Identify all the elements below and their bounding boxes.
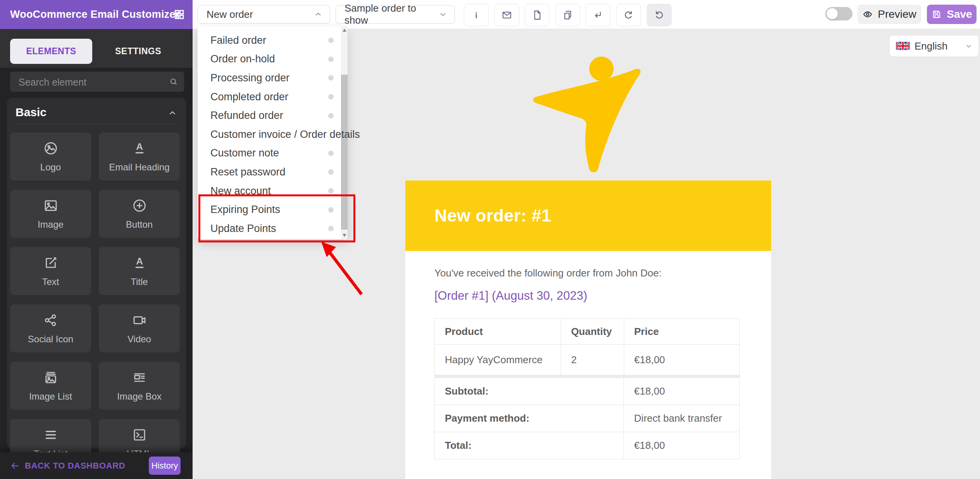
table-header: Quantity [561,319,624,345]
image-box-icon [131,369,148,386]
status-dot [328,169,334,175]
element-card-logo[interactable]: Logo [10,132,91,180]
publish-toggle[interactable] [825,7,853,21]
order-totals-table: Subtotal:€18,00Payment method:Direct ban… [434,378,740,459]
mail-icon [501,9,513,21]
summary-label: Payment method: [435,405,624,432]
element-card-image-list[interactable]: Image List [10,362,91,410]
menu-item-label: Update Points [210,223,328,235]
page-icon [531,9,543,21]
element-card-text[interactable]: Text [10,247,91,295]
chevron-up-icon [313,10,323,19]
preview-label: Preview [878,8,916,21]
table-row: Happy YayCommerce2€18,00 [435,345,740,375]
element-card-email-heading[interactable]: AEmail Heading [99,132,180,180]
element-label: Video [127,334,151,345]
menu-item-reset-password[interactable]: Reset password [198,163,348,182]
text-list-icon [43,427,59,443]
status-dot [328,226,334,231]
menu-item-label: Reset password [210,166,328,178]
save-icon [931,9,942,20]
summary-label: Total: [435,432,624,459]
language-select[interactable]: English [890,36,978,57]
menu-item-failed-order[interactable]: Failed order [198,31,348,50]
preview-button[interactable]: Preview [858,5,921,24]
menu-item-label: Expiring Points [210,204,328,216]
element-card-button[interactable]: Button [99,190,180,238]
svg-text:A: A [136,141,143,152]
new-template-button[interactable] [525,4,549,26]
menu-item-label: Customer note [210,147,328,159]
tab-settings[interactable]: SETTINGS [92,39,184,64]
collapse-section-icon[interactable] [167,108,177,118]
email-body[interactable]: You've received the following order from… [405,251,771,479]
element-card-title[interactable]: ATitle [99,247,180,295]
menu-item-completed-order[interactable]: Completed order [198,88,348,106]
back-to-dashboard-link[interactable]: BACK TO DASHBOARD [10,452,125,479]
summary-row: Payment method:Direct bank transfer [435,405,740,432]
back-arrow-icon [10,461,20,471]
revert-button[interactable] [586,4,610,26]
menu-item-processing-order[interactable]: Processing order [198,69,348,88]
send-test-email-button[interactable] [494,4,519,26]
info-button[interactable] [464,4,489,26]
email-title: New order: #1 [434,206,551,226]
image-icon [43,197,59,214]
menu-item-update-points[interactable]: Update Points [198,219,348,238]
eye-icon [862,9,873,20]
status-dot [328,57,334,62]
table-cell: €18,00 [624,345,739,375]
app-header: WooCommerce Email Customizer [0,0,193,29]
table-cell: 2 [561,345,624,375]
status-dot [328,38,334,43]
template-select[interactable]: New order [198,5,330,24]
tab-elements[interactable]: ELEMENTS [10,39,92,64]
apps-grid-icon[interactable] [174,9,185,20]
sample-order-select[interactable]: Sample order to show [336,5,455,24]
reset-button[interactable] [616,4,641,26]
search-input[interactable] [18,72,167,93]
menu-item-order-on-hold[interactable]: Order on-hold [198,50,348,69]
element-card-video[interactable]: Video [99,304,180,352]
menu-item-new-account[interactable]: New account [198,182,348,201]
sidebar: ELEMENTS SETTINGS Basic LogoAEmail Headi… [0,29,193,479]
order-table[interactable]: ProductQuantityPriceHappy YayCommerce2€1… [434,318,740,459]
status-dot [328,207,334,213]
chevron-down-icon [964,42,973,50]
language-label: English [915,40,960,52]
element-label: Social Icon [28,334,73,345]
element-label: Logo [40,162,61,173]
element-card-image[interactable]: Image [10,190,91,238]
menu-item-label: Refunded order [210,110,328,122]
search-box [10,72,184,92]
summary-value: Direct bank transfer [624,405,740,432]
status-dot [328,75,334,81]
menu-item-label: Processing order [210,72,328,84]
copy-template-button[interactable] [555,4,580,26]
yaycommerce-logo[interactable] [533,54,649,174]
app-window: WooCommerce Email Customizer New order S… [0,0,980,479]
logo-icon [43,140,59,156]
video-icon [131,312,148,328]
email-heading-block[interactable]: New order: #1 [405,180,771,251]
uk-flag-icon [896,42,910,51]
element-card-social-icon[interactable]: Social Icon [10,304,91,352]
menu-item-customer-note[interactable]: Customer note [198,144,348,163]
redo-button[interactable] [647,4,672,26]
save-button[interactable]: Save [927,5,977,24]
redo-icon [653,9,665,21]
element-label: Text [42,276,59,287]
menu-item-expiring-points[interactable]: Expiring Points [198,200,348,219]
element-label: Email Heading [109,162,169,173]
history-button[interactable]: History [149,457,181,475]
element-card-image-box[interactable]: Image Box [99,362,180,410]
divider [16,124,177,124]
menu-item-label: Completed order [210,91,328,103]
template-dropdown-menu: Failed orderOrder on-holdProcessing orde… [198,26,348,239]
sidebar-footer: BACK TO DASHBOARD History [0,452,193,479]
sidebar-tabs: ELEMENTS SETTINGS [0,29,193,68]
menu-item-customer-invoice-order-details[interactable]: Customer invoice / Order details [198,125,348,144]
app-title: WooCommerce Email Customizer [10,9,179,21]
menu-item-refunded-order[interactable]: Refunded order [198,106,348,125]
order-details-link[interactable]: [Order #1] (August 30, 2023) [434,289,587,303]
